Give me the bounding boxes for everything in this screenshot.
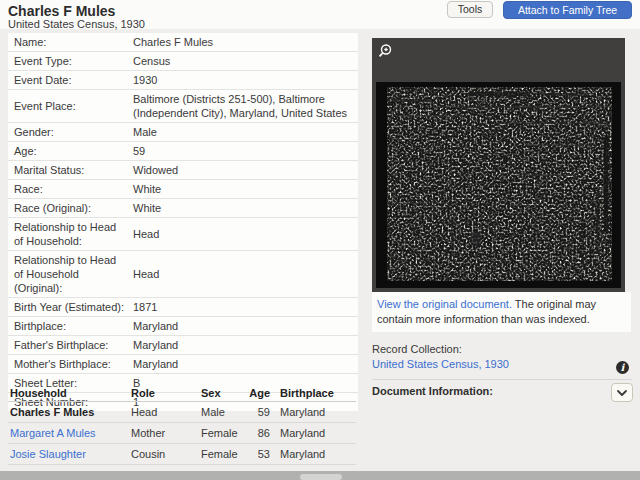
document-information-label: Document Information: xyxy=(372,385,493,397)
field-label: Name: xyxy=(8,35,126,49)
record-collection-label: Record Collection: xyxy=(372,343,462,355)
household-table: HouseholdRoleSexAgeBirthplace Charles F … xyxy=(8,384,356,465)
household-sex: Female xyxy=(201,427,246,439)
household-member-current: Charles F Mules xyxy=(10,406,131,418)
record-field-row: Birthplace:Maryland xyxy=(8,317,358,336)
window-bottom-notch xyxy=(300,474,342,480)
header-bar: Charles F Mules United States Census, 19… xyxy=(0,0,640,29)
record-field-row: Birth Year (Estimated):1871 xyxy=(8,298,358,317)
household-birthplace: Maryland xyxy=(280,427,356,439)
field-value: Census xyxy=(126,54,358,68)
record-field-row: Gender:Male xyxy=(8,123,358,142)
household-row: Josie SlaughterCousinFemale53Maryland xyxy=(8,444,356,465)
field-label: Relationship to Head of Household (Origi… xyxy=(8,253,126,295)
field-label: Marital Status: xyxy=(8,163,126,177)
record-field-row: Age:59 xyxy=(8,142,358,161)
record-field-row: Event Place:Baltimore (Districts 251-500… xyxy=(8,90,358,123)
household-role: Head xyxy=(131,406,201,418)
field-label: Event Place: xyxy=(8,99,126,113)
info-icon[interactable]: i xyxy=(616,361,629,374)
chevron-down-icon[interactable] xyxy=(611,383,633,402)
view-original-note: View the original document. The original… xyxy=(372,292,631,332)
record-fields-table: Name:Charles F MulesEvent Type:CensusEve… xyxy=(8,33,358,411)
household-sex: Female xyxy=(201,448,246,460)
record-field-row: Mother's Birthplace:Maryland xyxy=(8,355,358,374)
field-label: Race: xyxy=(8,182,126,196)
household-column-header: Age xyxy=(246,387,270,399)
household-row: Margaret A MulesMotherFemale86Maryland xyxy=(8,423,356,444)
record-field-row: Relationship to Head of Household:Head xyxy=(8,218,358,251)
field-label: Age: xyxy=(8,144,126,158)
record-field-row: Name:Charles F Mules xyxy=(8,33,358,52)
magnifier-plus-icon[interactable] xyxy=(377,43,393,60)
household-age: 53 xyxy=(246,448,270,460)
field-value: Baltimore (Districts 251-500), Baltimore… xyxy=(126,92,358,120)
household-column-header: Sex xyxy=(201,387,246,399)
record-field-row: Event Type:Census xyxy=(8,52,358,71)
record-field-row: Race (Original):White xyxy=(8,199,358,218)
household-sex: Male xyxy=(201,406,246,418)
household-member-link[interactable]: Margaret A Mules xyxy=(10,427,131,439)
field-value: Maryland xyxy=(126,338,358,352)
record-field-row: Race:White xyxy=(8,180,358,199)
field-label: Event Type: xyxy=(8,54,126,68)
field-label: Birth Year (Estimated): xyxy=(8,300,126,314)
field-label: Relationship to Head of Household: xyxy=(8,220,126,248)
household-birthplace: Maryland xyxy=(280,448,356,460)
field-label: Mother's Birthplace: xyxy=(8,357,126,371)
field-value: 1871 xyxy=(126,300,358,314)
record-field-row: Event Date:1930 xyxy=(8,71,358,90)
household-header-row: HouseholdRoleSexAgeBirthplace xyxy=(8,384,356,402)
field-value: Maryland xyxy=(126,319,358,333)
field-value: 1930 xyxy=(126,73,358,87)
field-value: Male xyxy=(126,125,358,139)
section-divider xyxy=(372,379,632,380)
view-original-document-link[interactable]: View the original document. xyxy=(377,298,512,310)
household-role: Mother xyxy=(131,427,201,439)
household-birthplace: Maryland xyxy=(280,406,356,418)
tools-button[interactable]: Tools xyxy=(447,1,493,18)
record-collection-link[interactable]: United States Census, 1930 xyxy=(372,358,509,370)
field-value: White xyxy=(126,201,358,215)
record-field-row: Father's Birthplace:Maryland xyxy=(8,336,358,355)
field-value: Head xyxy=(126,227,358,241)
attach-to-family-tree-button[interactable]: Attach to Family Tree xyxy=(503,1,632,19)
household-member-link[interactable]: Josie Slaughter xyxy=(10,448,131,460)
field-label: Gender: xyxy=(8,125,126,139)
field-label: Birthplace: xyxy=(8,319,126,333)
field-value: Charles F Mules xyxy=(126,35,358,49)
household-age: 59 xyxy=(246,406,270,418)
field-value: Head xyxy=(126,267,358,281)
record-field-row: Relationship to Head of Household (Origi… xyxy=(8,251,358,298)
field-label: Father's Birthplace: xyxy=(8,338,126,352)
census-document-image[interactable] xyxy=(376,82,621,288)
household-column-header: Birthplace xyxy=(280,387,356,399)
field-label: Event Date: xyxy=(8,73,126,87)
field-value: White xyxy=(126,182,358,196)
household-column-header: Role xyxy=(131,387,201,399)
household-column-header: Household xyxy=(10,387,131,399)
field-value: 59 xyxy=(126,144,358,158)
page-title: Charles F Mules xyxy=(8,3,115,19)
household-role: Cousin xyxy=(131,448,201,460)
field-value: Maryland xyxy=(126,357,358,371)
field-label: Race (Original): xyxy=(8,201,126,215)
record-detail-page: Charles F Mules United States Census, 19… xyxy=(0,0,640,480)
field-value: Widowed xyxy=(126,163,358,177)
document-viewer xyxy=(372,38,625,292)
household-row: Charles F MulesHeadMale59Maryland xyxy=(8,402,356,423)
record-field-row: Marital Status:Widowed xyxy=(8,161,358,180)
collection-subtitle: United States Census, 1930 xyxy=(8,18,145,30)
household-age: 86 xyxy=(246,427,270,439)
